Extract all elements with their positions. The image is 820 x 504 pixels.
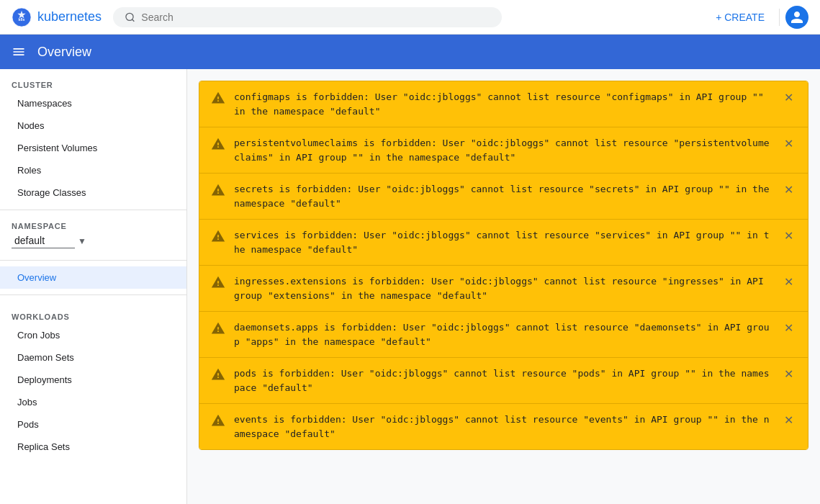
warning-item: configmaps is forbidden: User "oidc:jblo… <box>199 81 808 127</box>
search-box[interactable] <box>113 7 502 27</box>
sidebar-item-roles[interactable]: Roles <box>0 159 186 181</box>
header-bar: Overview <box>0 35 820 69</box>
warning-list: configmaps is forbidden: User "oidc:jblo… <box>199 81 808 450</box>
sidebar-item-nodes[interactable]: Nodes <box>0 114 186 137</box>
warning-text: secrets is forbidden: User "oidc:jbloggs… <box>234 182 772 210</box>
chevron-down-icon: ▼ <box>78 236 86 246</box>
sidebar-item-storage-classes[interactable]: Storage Classes <box>0 181 186 204</box>
sidebar-item-deployments[interactable]: Deployments <box>0 369 186 391</box>
topbar: k8s kubernetes + CREATE <box>0 0 820 35</box>
logo[interactable]: k8s kubernetes <box>12 7 102 27</box>
warning-text: pods is forbidden: User "oidc:jbloggs" c… <box>234 366 772 395</box>
sidebar-item-daemon-sets[interactable]: Daemon Sets <box>0 346 186 369</box>
warning-text: ingresses.extensions is forbidden: User … <box>234 274 772 302</box>
warning-icon <box>211 137 225 151</box>
svg-line-3 <box>132 19 135 21</box>
warning-close-button[interactable]: ✕ <box>781 183 796 197</box>
warning-close-button[interactable]: ✕ <box>781 321 796 336</box>
logo-text: kubernetes <box>37 9 102 24</box>
warning-close-button[interactable]: ✕ <box>781 229 796 243</box>
warning-item: events is forbidden: User "oidc:jbloggs"… <box>199 404 808 449</box>
user-avatar-button[interactable] <box>785 6 808 29</box>
warning-close-button[interactable]: ✕ <box>781 275 796 289</box>
sidebar-item-namespaces[interactable]: Namespaces <box>0 92 186 114</box>
warning-icon <box>211 91 225 105</box>
sidebar-item-pods[interactable]: Pods <box>0 413 186 436</box>
namespace-section: Namespace default kube-system kube-publi… <box>0 216 186 254</box>
warning-text: services is forbidden: User "oidc:jblogg… <box>234 228 772 256</box>
warning-item: ingresses.extensions is forbidden: User … <box>199 266 808 312</box>
svg-point-2 <box>126 13 133 20</box>
menu-button[interactable] <box>12 45 26 59</box>
sidebar-item-overview[interactable]: Overview <box>0 266 186 289</box>
warning-item: pods is forbidden: User "oidc:jbloggs" c… <box>199 358 808 404</box>
warning-text: events is forbidden: User "oidc:jbloggs"… <box>234 413 772 441</box>
warning-icon <box>211 229 225 243</box>
namespace-label: Namespace <box>12 222 175 230</box>
header-title: Overview <box>37 45 91 60</box>
content-area: configmaps is forbidden: User "oidc:jblo… <box>187 69 820 504</box>
account-icon <box>790 10 804 24</box>
sidebar-divider-1 <box>0 210 186 210</box>
warning-item: services is forbidden: User "oidc:jblogg… <box>199 220 808 266</box>
kubernetes-logo-icon: k8s <box>12 7 32 27</box>
cluster-section-label: Cluster <box>0 69 186 92</box>
topbar-right: + CREATE <box>707 6 808 29</box>
main-layout: Cluster Namespaces Nodes Persistent Volu… <box>0 69 820 504</box>
hamburger-icon <box>12 45 26 59</box>
workloads-section-label: Workloads <box>0 301 186 324</box>
warning-item: secrets is forbidden: User "oidc:jbloggs… <box>199 174 808 220</box>
warning-close-button[interactable]: ✕ <box>781 137 796 151</box>
warning-text: daemonsets.apps is forbidden: User "oidc… <box>234 320 772 348</box>
sidebar-item-replica-sets[interactable]: Replica Sets <box>0 436 186 458</box>
search-icon <box>125 12 135 23</box>
sidebar-item-persistent-volumes[interactable]: Persistent Volumes <box>0 137 186 159</box>
namespace-select[interactable]: default kube-system kube-public <box>12 233 75 248</box>
topbar-divider <box>779 9 780 26</box>
warning-item: daemonsets.apps is forbidden: User "oidc… <box>199 312 808 358</box>
warning-close-button[interactable]: ✕ <box>781 413 796 428</box>
sidebar-divider-2 <box>0 260 186 261</box>
namespace-select-wrap: default kube-system kube-public ▼ <box>12 233 175 248</box>
svg-text:k8s: k8s <box>19 17 25 22</box>
warning-text: persistentvolumeclaims is forbidden: Use… <box>234 136 772 164</box>
warning-icon <box>211 321 225 336</box>
sidebar-item-cron-jobs[interactable]: Cron Jobs <box>0 324 186 346</box>
sidebar: Cluster Namespaces Nodes Persistent Volu… <box>0 69 187 504</box>
warning-item: persistentvolumeclaims is forbidden: Use… <box>199 127 808 174</box>
sidebar-item-jobs[interactable]: Jobs <box>0 391 186 413</box>
warning-icon <box>211 275 225 289</box>
sidebar-divider-3 <box>0 294 186 295</box>
warning-close-button[interactable]: ✕ <box>781 91 796 105</box>
search-input[interactable] <box>141 12 490 23</box>
warning-icon <box>211 367 225 382</box>
warning-text: configmaps is forbidden: User "oidc:jblo… <box>234 90 772 118</box>
warning-icon <box>211 413 225 428</box>
warning-close-button[interactable]: ✕ <box>781 367 796 382</box>
warning-icon <box>211 183 225 197</box>
create-button[interactable]: + CREATE <box>707 7 773 27</box>
